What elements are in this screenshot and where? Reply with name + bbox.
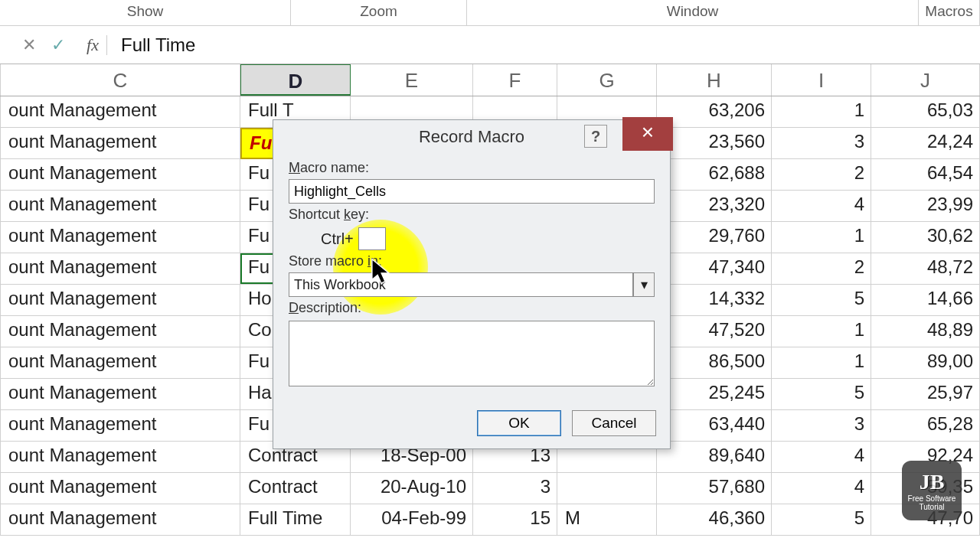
formula-bar: ✕ ✓ fx [0,26,980,64]
fx-icon[interactable]: fx [87,35,99,55]
cell[interactable]: ount Management [0,96,240,128]
col-header-H[interactable]: H [657,64,772,96]
col-header-J[interactable]: J [871,64,980,96]
cell[interactable]: 30,62 [871,222,980,253]
cell[interactable]: ount Management [0,347,240,379]
col-header-I[interactable]: I [772,64,871,96]
cell[interactable]: ount Management [0,504,240,536]
cell[interactable]: M [557,504,657,536]
column-headers[interactable]: C D E F G H I J [0,64,980,96]
cell[interactable]: 89,640 [657,442,772,473]
cell[interactable]: 4 [772,191,871,222]
cell[interactable]: 57,680 [657,473,772,504]
cell[interactable]: 23,99 [871,191,980,222]
cell[interactable]: 1 [772,347,871,379]
cell[interactable]: 5 [772,504,871,536]
cell[interactable]: 29,760 [657,222,772,253]
help-button[interactable]: ? [584,125,607,148]
cell[interactable]: 3 [772,128,871,159]
cell[interactable]: 04-Feb-99 [351,504,473,536]
ribbon-group-macros: Macros [919,0,980,25]
cell[interactable]: 65,28 [871,410,980,442]
cell[interactable]: ount Management [0,442,240,473]
cell[interactable]: 4 [772,442,871,473]
cell[interactable]: 23,320 [657,191,772,222]
cell[interactable]: 1 [772,222,871,253]
cell[interactable]: 5 [772,285,871,316]
watermark-logo: JB [920,470,945,494]
cell[interactable]: 1 [772,316,871,347]
cell[interactable]: 89,00 [871,347,980,379]
close-button[interactable]: × [622,117,673,151]
cell[interactable]: 62,688 [657,159,772,191]
col-header-G[interactable]: G [557,64,657,96]
dialog-titlebar[interactable]: Record Macro ? × [273,120,670,154]
ok-button[interactable]: OK [477,410,561,436]
cell[interactable]: 48,89 [871,316,980,347]
cell[interactable]: 65,03 [871,96,980,128]
cell[interactable]: ount Management [0,253,240,285]
cell[interactable]: 20-Aug-10 [351,473,473,504]
ctrl-plus-label: Ctrl+ [321,230,354,248]
cell[interactable]: 4 [772,473,871,504]
cell[interactable]: ount Management [0,159,240,191]
macro-name-input[interactable] [289,179,655,204]
table-row[interactable]: ount ManagementFull Time04-Feb-9915M46,3… [0,504,980,536]
cell[interactable]: 5 [772,379,871,410]
formula-enter-icon[interactable]: ✓ [51,35,65,55]
cancel-button[interactable]: Cancel [572,410,656,436]
col-header-F[interactable]: F [473,64,557,96]
cell[interactable] [557,473,657,504]
watermark-line2: Tutorial [920,503,945,511]
macro-name-label: Macro name: [289,160,655,176]
cell[interactable]: 3 [772,410,871,442]
cell[interactable]: 3 [473,473,557,504]
cell[interactable]: 23,560 [657,128,772,159]
cell[interactable]: ount Management [0,473,240,504]
watermark-line1: Free Software [908,494,956,503]
cell[interactable]: ount Management [0,410,240,442]
formula-cancel-icon[interactable]: ✕ [22,35,36,55]
formula-input[interactable] [121,34,980,56]
ribbon-group-zoom: Zoom [291,0,467,25]
cell[interactable]: 14,66 [871,285,980,316]
cell[interactable]: 25,245 [657,379,772,410]
col-header-C[interactable]: C [0,64,240,96]
cell[interactable]: ount Management [0,222,240,253]
cell[interactable]: 1 [772,96,871,128]
cell[interactable]: ount Management [0,316,240,347]
cell[interactable]: 25,97 [871,379,980,410]
cell[interactable]: 2 [772,253,871,285]
description-textarea[interactable] [289,321,655,386]
ribbon-group-show: Show [0,0,291,25]
cell[interactable]: ount Management [0,285,240,316]
cell[interactable]: ount Management [0,379,240,410]
table-row[interactable]: ount ManagementContract20-Aug-10357,6804… [0,473,980,504]
watermark-badge: JB Free Software Tutorial [902,461,962,520]
cell[interactable]: ount Management [0,191,240,222]
cell[interactable]: 15 [473,504,557,536]
cell[interactable]: 46,360 [657,504,772,536]
shortcut-key-input[interactable] [358,227,386,250]
store-macro-in-label: Store macro in: [289,253,655,269]
cell[interactable]: ount Management [0,128,240,159]
description-label: Description: [289,300,655,316]
cell[interactable]: 86,500 [657,347,772,379]
cell[interactable]: 47,340 [657,253,772,285]
cell[interactable]: 47,520 [657,316,772,347]
cell[interactable]: 48,72 [871,253,980,285]
dialog-title: Record Macro [273,127,670,147]
cell[interactable]: 63,440 [657,410,772,442]
cell[interactable]: 24,24 [871,128,980,159]
cell[interactable]: Contract [240,473,351,504]
col-header-D[interactable]: D [240,64,351,96]
cell[interactable]: 14,332 [657,285,772,316]
cell[interactable]: Full Time [240,504,351,536]
cell[interactable]: 2 [772,159,871,191]
col-header-E[interactable]: E [351,64,473,96]
cell[interactable]: 64,54 [871,159,980,191]
cell[interactable]: 63,206 [657,96,772,128]
ribbon-group-labels: Show Zoom Window Macros [0,0,980,26]
store-macro-in-select[interactable]: This Workbook [289,272,633,297]
dropdown-icon[interactable]: ▾ [633,272,655,297]
